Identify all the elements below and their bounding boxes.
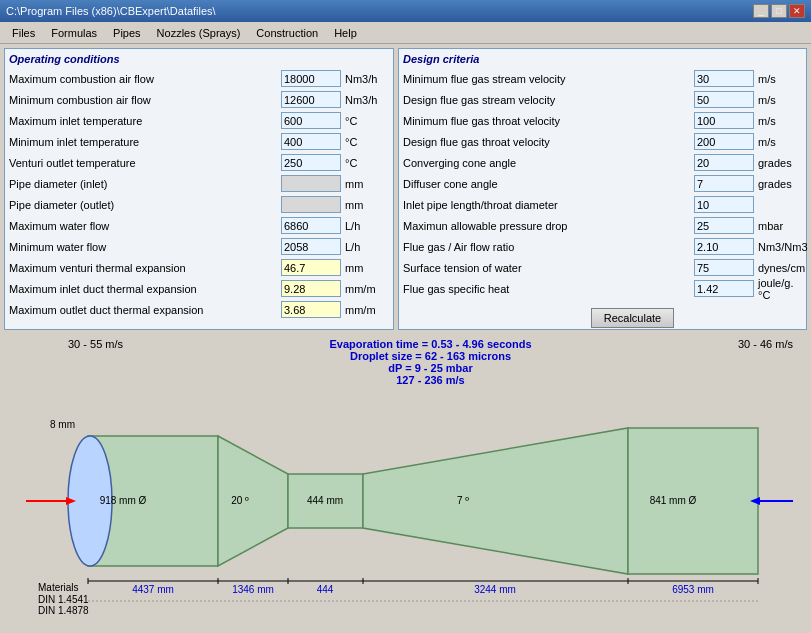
field-unit-4: °C [341, 157, 389, 169]
svg-text:918 mm Ø: 918 mm Ø [100, 495, 147, 506]
dc-field-row-2: Minimum flue gas throat velocity m/s [403, 111, 802, 130]
svg-text:8 mm: 8 mm [50, 419, 75, 430]
field-input-1[interactable] [281, 91, 341, 108]
menu-files[interactable]: Files [4, 25, 43, 41]
field-row-2: Maximum inlet temperature °C [9, 111, 389, 130]
menu-formulas[interactable]: Formulas [43, 25, 105, 41]
maximize-button[interactable]: □ [771, 4, 787, 18]
field-unit-1: Nm3/h [341, 94, 389, 106]
operating-conditions-title: Operating conditions [9, 53, 389, 65]
dc-field-row-1: Design flue gas stream velocity m/s [403, 90, 802, 109]
field-input-2[interactable] [281, 112, 341, 129]
field-unit-0: Nm3/h [341, 73, 389, 85]
field-input-4[interactable] [281, 154, 341, 171]
dc-field-input-8[interactable] [694, 238, 754, 255]
svg-text:Materials: Materials [38, 582, 79, 593]
dc-field-label-0: Minimum flue gas stream velocity [403, 73, 694, 85]
menu-nozzles[interactable]: Nozzles (Sprays) [149, 25, 249, 41]
dc-field-input-9[interactable] [694, 259, 754, 276]
field-label-1: Minimum combustion air flow [9, 94, 281, 106]
dc-field-unit-8: Nm3/Nm3 [754, 241, 802, 253]
droplet-label: Droplet size = 62 - 163 microns [329, 350, 531, 362]
dc-field-row-3: Design flue gas throat velocity m/s [403, 132, 802, 151]
field-row-8: Minimum water flow L/h [9, 237, 389, 256]
dc-field-unit-9: dynes/cm [754, 262, 802, 274]
field-row-1: Minimum combustion air flow Nm3/h [9, 90, 389, 109]
recalculate-button[interactable]: Recalculate [591, 308, 674, 328]
dc-field-label-6: Inlet pipe length/throat diameter [403, 199, 694, 211]
field-label-3: Minimum inlet temperature [9, 136, 281, 148]
dc-field-input-3[interactable] [694, 133, 754, 150]
dc-field-label-3: Design flue gas throat velocity [403, 136, 694, 148]
field-row-11: Maximum outlet duct thermal expansion mm… [9, 300, 389, 319]
field-input-9[interactable] [281, 259, 341, 276]
dc-field-input-4[interactable] [694, 154, 754, 171]
field-label-0: Maximum combustion air flow [9, 73, 281, 85]
svg-text:444: 444 [317, 584, 334, 595]
field-label-2: Maximum inlet temperature [9, 115, 281, 127]
dc-field-unit-3: m/s [754, 136, 802, 148]
diagram-area: 30 - 55 m/s Evaporation time = 0.53 - 4.… [0, 334, 811, 633]
dc-field-row-0: Minimum flue gas stream velocity m/s [403, 69, 802, 88]
dc-field-input-6[interactable] [694, 196, 754, 213]
field-unit-9: mm [341, 262, 389, 274]
dc-field-label-1: Design flue gas stream velocity [403, 94, 694, 106]
field-row-10: Maximum inlet duct thermal expansion mm/… [9, 279, 389, 298]
field-label-8: Minimum water flow [9, 241, 281, 253]
dc-field-unit-5: grades [754, 178, 802, 190]
dc-field-input-5[interactable] [694, 175, 754, 192]
title-bar: C:\Program Files (x86)\CBExpert\Datafile… [0, 0, 811, 22]
dc-field-input-0[interactable] [694, 70, 754, 87]
title-bar-buttons: _ □ ✕ [753, 4, 805, 18]
field-row-4: Venturi outlet temperature °C [9, 153, 389, 172]
close-button[interactable]: ✕ [789, 4, 805, 18]
field-input-7[interactable] [281, 217, 341, 234]
dc-field-input-1[interactable] [694, 91, 754, 108]
velocity-center-label: 127 - 236 m/s [329, 374, 531, 386]
field-unit-7: L/h [341, 220, 389, 232]
svg-text:841 mm Ø: 841 mm Ø [650, 495, 697, 506]
field-input-3[interactable] [281, 133, 341, 150]
svg-text:7 º: 7 º [457, 495, 469, 506]
menu-pipes[interactable]: Pipes [105, 25, 149, 41]
menu-construction[interactable]: Construction [248, 25, 326, 41]
field-label-5: Pipe diameter (inlet) [9, 178, 281, 190]
field-input-8[interactable] [281, 238, 341, 255]
dc-field-input-2[interactable] [694, 112, 754, 129]
svg-text:3244 mm: 3244 mm [474, 584, 516, 595]
svg-text:4437 mm: 4437 mm [132, 584, 174, 595]
dc-field-label-10: Flue gas specific heat [403, 283, 694, 295]
venturi-diagram: 8 mm 918 mm Ø 20 º 444 mm 7 º 841 mm Ø 4… [8, 386, 803, 626]
dc-field-row-10: Flue gas specific heat joule/g.°C [403, 279, 802, 298]
field-label-11: Maximum outlet duct thermal expansion [9, 304, 281, 316]
dc-field-unit-0: m/s [754, 73, 802, 85]
dc-field-unit-7: mbar [754, 220, 802, 232]
field-input-10[interactable] [281, 280, 341, 297]
field-input-5[interactable] [281, 175, 341, 192]
field-input-0[interactable] [281, 70, 341, 87]
operating-conditions-panel: Operating conditions Maximum combustion … [4, 48, 394, 330]
field-input-11[interactable] [281, 301, 341, 318]
menu-bar: Files Formulas Pipes Nozzles (Sprays) Co… [0, 22, 811, 44]
svg-text:1346 mm: 1346 mm [232, 584, 274, 595]
field-row-9: Maximum venturi thermal expansion mm [9, 258, 389, 277]
field-label-4: Venturi outlet temperature [9, 157, 281, 169]
velocity-right-label: 30 - 46 m/s [738, 338, 793, 350]
dc-field-row-8: Flue gas / Air flow ratio Nm3/Nm3 [403, 237, 802, 256]
menu-help[interactable]: Help [326, 25, 365, 41]
field-unit-2: °C [341, 115, 389, 127]
field-input-6[interactable] [281, 196, 341, 213]
main-content: Operating conditions Maximum combustion … [0, 44, 811, 334]
field-row-7: Maximum water flow L/h [9, 216, 389, 235]
dc-field-label-4: Converging cone angle [403, 157, 694, 169]
minimize-button[interactable]: _ [753, 4, 769, 18]
field-label-7: Maximum water flow [9, 220, 281, 232]
dc-field-row-5: Diffuser cone angle grades [403, 174, 802, 193]
dc-field-row-7: Maximun allowable pressure drop mbar [403, 216, 802, 235]
dc-field-input-7[interactable] [694, 217, 754, 234]
field-row-3: Minimum inlet temperature °C [9, 132, 389, 151]
svg-text:6953 mm: 6953 mm [672, 584, 714, 595]
field-row-6: Pipe diameter (outlet) mm [9, 195, 389, 214]
dc-field-input-10[interactable] [694, 280, 754, 297]
field-row-5: Pipe diameter (inlet) mm [9, 174, 389, 193]
